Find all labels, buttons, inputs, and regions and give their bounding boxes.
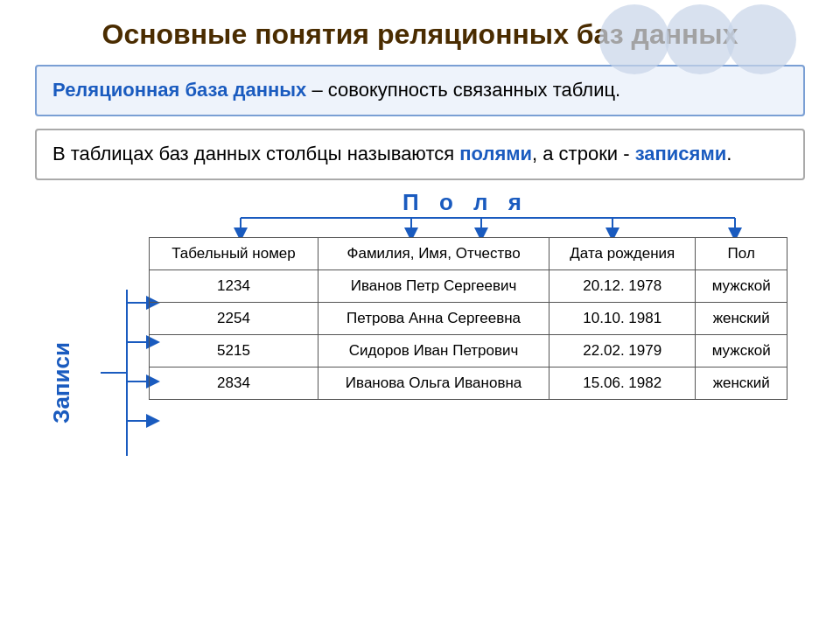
- diagram-area: П о л я Записи: [35, 189, 805, 504]
- col-header-1: Фамилия, Имя, Отчество: [318, 237, 550, 270]
- table-cell-0-3: мужской: [696, 270, 788, 302]
- decorative-circle-2: [726, 4, 796, 74]
- info-record-word: записями: [635, 143, 727, 164]
- table-cell-1-0: 2254: [150, 302, 318, 334]
- table-row: 5215Сидоров Иван Петрович22.02. 1979мужс…: [150, 334, 788, 367]
- table-cell-2-2: 22.02. 1979: [550, 334, 696, 367]
- table-cell-1-3: женский: [696, 302, 788, 334]
- table-cell-0-0: 1234: [150, 270, 318, 302]
- table-cell-0-1: Иванов Петр Сергеевич: [318, 270, 550, 302]
- table-row: 2254Петрова Анна Сергеевна10.10. 1981жен…: [150, 302, 788, 334]
- table-cell-3-2: 15.06. 1982: [550, 367, 696, 399]
- table-cell-3-0: 2834: [150, 367, 318, 399]
- table-cell-2-3: мужской: [696, 334, 788, 367]
- col-header-3: Пол: [696, 237, 788, 270]
- definition-highlight: Реляционная база данных: [52, 79, 306, 101]
- data-table: Табельный номер Фамилия, Имя, Отчество Д…: [149, 237, 788, 400]
- table-cell-1-1: Петрова Анна Сергеевна: [318, 302, 550, 334]
- col-header-2: Дата рождения: [550, 237, 696, 270]
- table-cell-3-1: Иванова Ольга Ивановна: [318, 367, 550, 399]
- decorative-circle-3: [599, 4, 669, 74]
- table-cell-3-3: женский: [696, 367, 788, 399]
- info-box: В таблицах баз данных столбцы называются…: [35, 129, 805, 180]
- decorative-circle-1: [665, 4, 735, 74]
- info-field-word: полями: [459, 143, 532, 164]
- definition-rest: – совокупность связанных таблиц.: [306, 79, 620, 101]
- table-row: 1234Иванов Петр Сергеевич20.12. 1978мужс…: [150, 270, 788, 302]
- table-cell-2-0: 5215: [150, 334, 318, 367]
- records-label: Записи: [48, 342, 75, 424]
- fields-label: П о л я: [402, 189, 528, 216]
- info-middle: , а строки -: [532, 143, 635, 164]
- page: Основные понятия реляционных баз данных …: [0, 0, 840, 630]
- col-header-0: Табельный номер: [150, 237, 318, 270]
- info-end: .: [726, 143, 732, 164]
- table-row: 2834Иванова Ольга Ивановна15.06. 1982жен…: [150, 367, 788, 399]
- table-wrapper: Табельный номер Фамилия, Имя, Отчество Д…: [149, 237, 788, 400]
- table-header-row: Табельный номер Фамилия, Имя, Отчество Д…: [150, 237, 788, 270]
- table-cell-1-2: 10.10. 1981: [550, 302, 696, 334]
- table-cell-0-2: 20.12. 1978: [550, 270, 696, 302]
- table-cell-2-1: Сидоров Иван Петрович: [318, 334, 550, 367]
- info-before: В таблицах баз данных столбцы называются: [52, 143, 459, 164]
